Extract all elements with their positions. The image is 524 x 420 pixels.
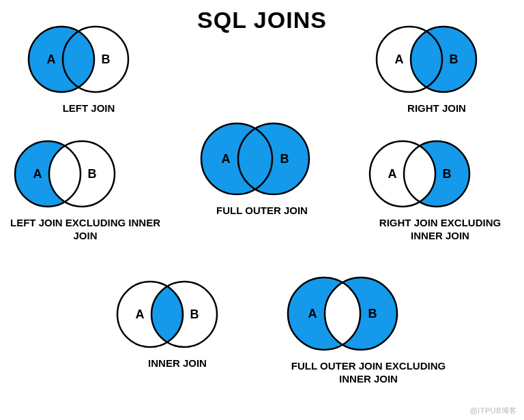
caption-right-excl-join: RIGHT JOIN EXCLUDING INNER JOIN	[365, 217, 515, 243]
label-b: B	[102, 52, 111, 66]
watermark: @ITPUB博客	[469, 406, 517, 416]
venn-right-join: A B	[368, 22, 505, 97]
cell-inner-join: A B INNER JOIN	[109, 277, 246, 370]
cell-right-excl-join: A B RIGHT JOIN EXCLUDING INNER JOIN	[362, 136, 519, 243]
label-b: B	[450, 52, 458, 66]
label-b: B	[443, 167, 452, 181]
cell-full-excl-join: A B FULL OUTER JOIN EXCLUDING INNER JOIN	[280, 273, 457, 386]
label-b: B	[190, 308, 199, 321]
label-a: A	[33, 167, 42, 181]
label-b: B	[88, 167, 97, 181]
label-a: A	[395, 52, 404, 66]
label-a: A	[388, 167, 397, 181]
label-a: A	[136, 308, 145, 321]
caption-left-join: LEFT JOIN	[20, 102, 157, 115]
label-b: B	[368, 307, 377, 320]
cell-left-excl-join: A B LEFT JOIN EXCLUDING INNER JOIN	[7, 136, 164, 243]
venn-full-excl-join: A B	[280, 273, 457, 355]
label-a: A	[308, 307, 317, 320]
venn-inner-join: A B	[109, 277, 246, 352]
caption-full-outer-join: FULL OUTER JOIN	[194, 205, 330, 217]
venn-full-outer-join: A B	[194, 119, 330, 199]
caption-left-excl-join: LEFT JOIN EXCLUDING INNER JOIN	[10, 217, 160, 243]
venn-right-excl-join: A B	[362, 136, 519, 211]
diagram-grid: A B LEFT JOIN A B RIGHT JOIN	[0, 0, 524, 420]
cell-full-outer-join: A B FULL OUTER JOIN	[194, 119, 330, 217]
label-a: A	[47, 52, 56, 66]
venn-left-excl-join: A B	[7, 136, 164, 211]
cell-left-join: A B LEFT JOIN	[20, 22, 157, 115]
cell-right-join: A B RIGHT JOIN	[368, 22, 505, 115]
caption-right-join: RIGHT JOIN	[368, 102, 505, 115]
label-a: A	[222, 152, 231, 166]
venn-left-join: A B	[20, 22, 157, 97]
label-b: B	[280, 152, 289, 166]
caption-full-excl-join: FULL OUTER JOIN EXCLUDING INNER JOIN	[282, 360, 456, 386]
caption-inner-join: INNER JOIN	[109, 357, 246, 370]
